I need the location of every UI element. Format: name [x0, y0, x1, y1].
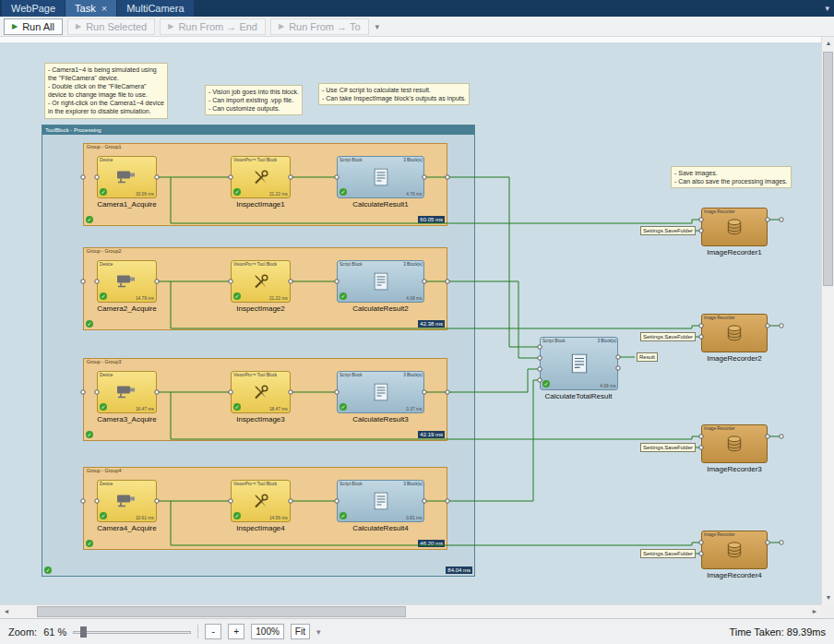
camera-icon — [116, 169, 138, 188]
block-header: Image Recorder — [704, 316, 767, 320]
block-time-label: 4.06 ms — [600, 384, 615, 388]
block-header: Script Block3 Block(s) — [340, 373, 423, 377]
note-save-images[interactable]: - Save images. - Can also save the proce… — [671, 166, 792, 188]
scroll-right-icon[interactable]: ► — [808, 605, 821, 618]
camera-block-1[interactable]: Device ✓ 33.06 ms — [97, 156, 157, 198]
scroll-up-icon[interactable]: ▲ — [822, 37, 834, 50]
block-name-label: CalculateResult2 — [341, 304, 420, 313]
block-type-label: Image Recorder — [704, 426, 735, 431]
tab-webpage[interactable]: WebPage — [2, 0, 65, 17]
close-icon[interactable]: × — [101, 4, 107, 14]
zoom-fit-button[interactable]: Fit — [291, 624, 310, 639]
status-check-icon: ✓ — [340, 403, 347, 411]
scroll-down-icon[interactable]: ▼ — [822, 591, 834, 604]
status-bar: Zoom: 61 % - + 100% Fit ▾ Time Taken: 89… — [0, 618, 834, 644]
tab-task[interactable]: Task× — [66, 0, 116, 17]
camera-block-4[interactable]: Device ✓ 10.61 ms — [97, 480, 157, 522]
camera-icon — [116, 273, 138, 292]
block-name-label: Camera2_Acquire — [88, 304, 166, 313]
block-time-label: 33.06 ms — [136, 192, 154, 197]
chevron-down-icon[interactable]: ▾ — [825, 0, 829, 17]
block-name-label: InspectImage3 — [221, 415, 300, 423]
script-block-1[interactable]: Script Block3 Block(s) ✓ 4.76 ms — [337, 156, 424, 198]
statusbar-overflow-icon[interactable]: ▾ — [316, 627, 321, 637]
horizontal-scrollbar-thumb[interactable] — [37, 606, 406, 617]
block-type-label: Image Recorder — [704, 532, 735, 537]
block-type-label: VisionPro™ Tool Block — [233, 373, 277, 377]
image-recorder-block-4[interactable]: Image Recorder — [701, 531, 768, 569]
script-block-4[interactable]: Script Block3 Block(s) ✓ 0.81 ms — [337, 480, 424, 522]
inspect-block-2[interactable]: VisionPro™ Tool Block ✓ 21.22 ms — [231, 260, 291, 303]
camera-block-3[interactable]: Device ✓ 16.47 ms — [97, 371, 157, 413]
run-from-end-button[interactable]: ▶ Run From → End — [160, 18, 266, 35]
block-time-label: 4.08 ms — [406, 296, 422, 301]
save-folder-input-label[interactable]: Settings.SaveFolder — [640, 443, 696, 452]
save-folder-input-label[interactable]: Settings.SaveFolder — [640, 226, 696, 235]
group-time-badge: 60.05 ms — [418, 216, 445, 223]
zoom-slider-thumb[interactable] — [80, 626, 87, 638]
block-time-label: 21.22 ms — [269, 192, 288, 197]
group-time-badge: 46.20 ms — [418, 540, 445, 547]
run-selected-button[interactable]: ▶ Run Selected — [67, 18, 155, 35]
inspect-block-3[interactable]: VisionPro™ Tool Block ✓ 18.47 ms — [231, 371, 291, 413]
block-count-badge: 3 Block(s) — [597, 339, 616, 343]
status-check-icon: ✓ — [233, 188, 241, 196]
scroll-left-icon[interactable]: ◄ — [0, 605, 13, 618]
inspect-block-1[interactable]: VisionPro™ Tool Block ✓ 21.22 ms — [231, 156, 291, 198]
toolbar-overflow-icon[interactable]: ▾ — [375, 22, 380, 31]
run-from-end-label: Run From → End — [178, 21, 257, 32]
block-type-label: Script Block — [340, 262, 363, 267]
zoom-out-button[interactable]: - — [205, 624, 221, 639]
total-script-block[interactable]: Script Block3 Block(s) ✓ 4.06 ms — [540, 337, 618, 390]
run-all-button[interactable]: ▶ Run All — [4, 18, 63, 35]
time-taken-label: Time Taken: 89.39ms — [729, 626, 826, 638]
status-check-icon: ✓ — [100, 188, 107, 196]
camera-block-2[interactable]: Device ✓ 14.79 ms — [97, 260, 157, 303]
run-from-to-button[interactable]: ▶ Run From → To — [270, 18, 369, 35]
group-header-label: Group - Group3 — [84, 359, 411, 365]
script-block-3[interactable]: Script Block3 Block(s) ✓ 0.37 ms — [337, 371, 424, 413]
result-output-label[interactable]: Result — [637, 352, 658, 362]
block-header: Script Block3 Block(s) — [542, 339, 616, 343]
zoom-in-button[interactable]: + — [228, 624, 244, 639]
zoom-100-button[interactable]: 100% — [251, 624, 284, 639]
play-icon: ▶ — [76, 23, 81, 30]
zoom-slider[interactable] — [73, 625, 191, 639]
status-check-icon: ✓ — [340, 512, 347, 519]
block-time-label: 14.79 ms — [136, 296, 154, 301]
database-icon — [726, 435, 744, 456]
block-type-label: VisionPro™ Tool Block — [233, 262, 277, 267]
script-icon — [571, 354, 587, 377]
status-check-icon: ✓ — [340, 292, 347, 300]
save-folder-input-label[interactable]: Settings.SaveFolder — [640, 549, 696, 558]
block-count-badge: 3 Block(s) — [403, 158, 423, 162]
block-time-label: 14.56 ms — [269, 516, 288, 520]
flow-canvas[interactable]: - Camera1~4 is being simulated using the… — [0, 37, 821, 604]
vertical-scrollbar[interactable]: ▲ ▼ — [821, 37, 834, 604]
image-recorder-block-2[interactable]: Image Recorder — [701, 314, 768, 352]
save-folder-input-label[interactable]: Settings.SaveFolder — [640, 332, 696, 341]
block-header: Device — [100, 158, 156, 162]
script-block-2[interactable]: Script Block3 Block(s) ✓ 4.08 ms — [337, 260, 424, 303]
vertical-scrollbar-thumb[interactable] — [823, 52, 833, 286]
note-camera-simulation[interactable]: - Camera1~4 is being simulated using the… — [44, 63, 168, 119]
block-name-label: CalculateResult1 — [341, 200, 420, 209]
image-recorder-block-3[interactable]: Image Recorder — [701, 424, 768, 463]
inspect-block-4[interactable]: VisionPro™ Tool Block ✓ 14.56 ms — [231, 480, 291, 522]
block-type-label: Script Block — [542, 339, 566, 343]
block-name-label: ImageRecorder1 — [697, 248, 771, 256]
block-time-label: 0.37 ms — [406, 407, 422, 411]
run-all-label: Run All — [22, 21, 54, 32]
block-name-label: CalculateResult3 — [341, 415, 420, 423]
horizontal-scrollbar[interactable]: ◄ ► — [0, 604, 821, 618]
block-type-label: Device — [100, 158, 113, 162]
block-time-label: 0.81 ms — [406, 516, 422, 520]
note-vision-job[interactable]: - Vision job goes into this block. - Can… — [205, 85, 303, 115]
tab-multicamera[interactable]: MultiCamera — [117, 0, 193, 17]
block-type-label: Image Recorder — [704, 209, 735, 214]
image-recorder-block-1[interactable]: Image Recorder — [701, 208, 768, 246]
block-header: VisionPro™ Tool Block — [233, 482, 290, 486]
status-check-icon: ✓ — [86, 320, 93, 328]
status-check-icon: ✓ — [86, 540, 93, 547]
note-csharp-script[interactable]: - Use C# script to calculate test result… — [318, 83, 470, 105]
